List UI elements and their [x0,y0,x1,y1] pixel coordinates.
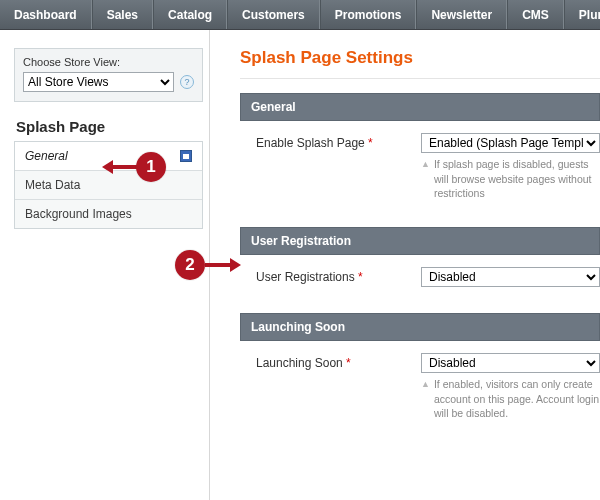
nav-newsletter[interactable]: Newsletter [416,0,507,29]
nav-customers[interactable]: Customers [227,0,320,29]
tab-meta-data[interactable]: Meta Data [15,171,202,200]
panel-user-registration: User Registration User Registrations * D… [240,227,600,295]
annotation-arrow-2 [205,258,241,272]
launching-hint: ▲ If enabled, visitors can only create a… [421,377,600,421]
enable-splash-select[interactable]: Enabled (Splash Page Template) [421,133,600,153]
hint-icon: ▲ [421,377,430,391]
help-icon[interactable]: ? [180,75,194,89]
tab-label: Meta Data [25,178,80,192]
title-divider [240,78,600,79]
panel-user-reg-head[interactable]: User Registration [240,227,600,255]
annotation-badge-1: 1 [136,152,166,182]
launching-label: Launching Soon * [256,353,421,370]
nav-dashboard[interactable]: Dashboard [0,0,92,29]
enable-splash-label: Enable Splash Page * [256,133,421,150]
enable-splash-hint: ▲ If splash page is disabled, guests wil… [421,157,600,201]
store-view-select[interactable]: All Store Views [23,72,174,92]
nav-catalog[interactable]: Catalog [153,0,227,29]
main-content: Splash Page Settings General Enable Spla… [210,30,600,500]
hint-icon: ▲ [421,157,430,171]
store-view-box: Choose Store View: All Store Views ? [14,48,203,102]
panel-general-head[interactable]: General [240,93,600,121]
tab-label: General [25,149,68,163]
nav-promotions[interactable]: Promotions [320,0,417,29]
sidebar-tabs: General Meta Data Background Images [14,141,203,229]
annotation-badge-2: 2 [175,250,205,280]
store-view-label: Choose Store View: [23,56,194,68]
user-reg-select[interactable]: Disabled [421,267,600,287]
page-title: Splash Page Settings [240,48,600,68]
tab-label: Background Images [25,207,132,221]
tab-background-images[interactable]: Background Images [15,200,202,228]
top-nav: Dashboard Sales Catalog Customers Promot… [0,0,600,30]
annotation-arrow-1 [102,160,138,174]
save-icon [180,150,192,162]
panel-launching-soon: Launching Soon Launching Soon * Disabled… [240,313,600,429]
panel-launching-head[interactable]: Launching Soon [240,313,600,341]
user-reg-label: User Registrations * [256,267,421,284]
nav-plumrocket[interactable]: Plumrocket [564,0,600,29]
sidebar-title: Splash Page [16,118,203,135]
launching-select[interactable]: Disabled [421,353,600,373]
panel-general: General Enable Splash Page * Enabled (Sp… [240,93,600,209]
nav-cms[interactable]: CMS [507,0,564,29]
left-column: Choose Store View: All Store Views ? Spl… [0,30,210,500]
nav-sales[interactable]: Sales [92,0,153,29]
